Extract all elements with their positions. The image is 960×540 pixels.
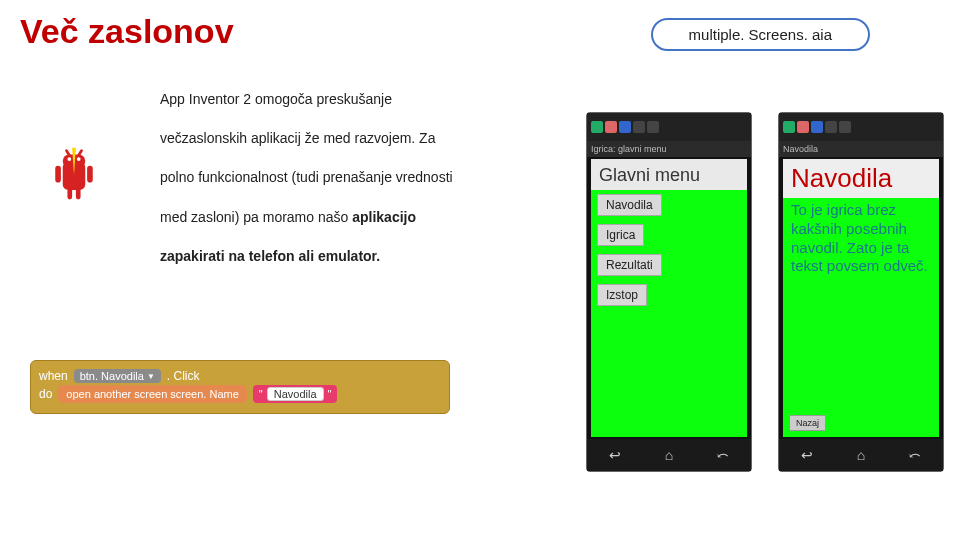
para-line: večzaslonskih aplikacij že med razvojem.… [160, 119, 520, 158]
code-block: when btn. Navodila ▼ . Click do open ano… [30, 360, 450, 414]
nav-recent-icon[interactable]: ⤺ [909, 447, 921, 463]
svg-rect-4 [55, 166, 61, 183]
menu-button-rezultati[interactable]: Rezultati [597, 254, 662, 276]
phone-app-titlebar: Navodila [779, 141, 943, 157]
para-line: zapakirati na telefon ali emulator. [160, 237, 520, 276]
phone-app-titlebar: Igrica: glavni menu [587, 141, 751, 157]
para-bold: aplikacijo [352, 209, 416, 225]
string-value: Navodila [267, 387, 324, 401]
block-component-dropdown[interactable]: btn. Navodila ▼ [74, 369, 161, 383]
nav-home-icon[interactable]: ⌂ [857, 447, 865, 463]
back-button[interactable]: Nazaj [789, 415, 826, 431]
phone-status-bar [779, 113, 943, 141]
para-line: App Inventor 2 omogoča preskušanje [160, 80, 520, 119]
phone-mock-main-menu: — ✕ Igrica: glavni menu Glavni menu Navo… [586, 112, 752, 472]
file-badge: multiple. Screens. aia [651, 18, 870, 51]
nav-home-icon[interactable]: ⌂ [665, 447, 673, 463]
page-title: Več zaslonov [20, 12, 234, 51]
chevron-down-icon: ▼ [147, 372, 155, 381]
svg-rect-7 [76, 188, 81, 199]
phone-nav-bar: ↩ ⌂ ⤺ [587, 439, 751, 471]
block-open-label: open another screen screen. Name [66, 388, 238, 400]
screen-heading: Glavni menu [591, 159, 747, 190]
screen-heading: Navodila [783, 159, 939, 198]
dropdown-label: btn. Navodila [80, 370, 144, 382]
block-keyword-do: do [39, 387, 52, 401]
nav-back-icon[interactable]: ↩ [801, 447, 813, 463]
nav-recent-icon[interactable]: ⤺ [717, 447, 729, 463]
para-line: med zasloni) pa moramo našo aplikacijo [160, 198, 520, 237]
block-string-literal[interactable]: " Navodila " [253, 385, 338, 403]
phone-status-bar [587, 113, 751, 141]
para-text: med zasloni) pa moramo našo [160, 209, 352, 225]
svg-rect-5 [87, 166, 93, 183]
block-open-screen[interactable]: open another screen screen. Name [58, 385, 246, 403]
phone-nav-bar: ↩ ⌂ ⤺ [779, 439, 943, 471]
phone-screen: Glavni menu Navodila Igrica Rezultati Iz… [591, 159, 747, 437]
menu-button-igrica[interactable]: Igrica [597, 224, 644, 246]
menu-button-navodila[interactable]: Navodila [597, 194, 662, 216]
svg-point-3 [77, 157, 81, 161]
quote: " [259, 388, 263, 400]
screen-body-text: To je igrica brez kakšnih posebnih navod… [783, 198, 939, 279]
quote: " [328, 388, 332, 400]
svg-rect-6 [67, 188, 72, 199]
phone-mock-navodila: — ✕ Navodila Navodila To je igrica brez … [778, 112, 944, 472]
svg-point-2 [67, 157, 71, 161]
body-paragraph: App Inventor 2 omogoča preskušanje večza… [160, 80, 520, 276]
block-event: . Click [167, 369, 200, 383]
block-keyword-when: when [39, 369, 68, 383]
app-inventor-icon [44, 145, 104, 205]
menu-button-izstop[interactable]: Izstop [597, 284, 647, 306]
nav-back-icon[interactable]: ↩ [609, 447, 621, 463]
para-line: polno funkcionalnost (tudi prenašanje vr… [160, 158, 520, 197]
phone-screen: Navodila To je igrica brez kakšnih poseb… [783, 159, 939, 437]
